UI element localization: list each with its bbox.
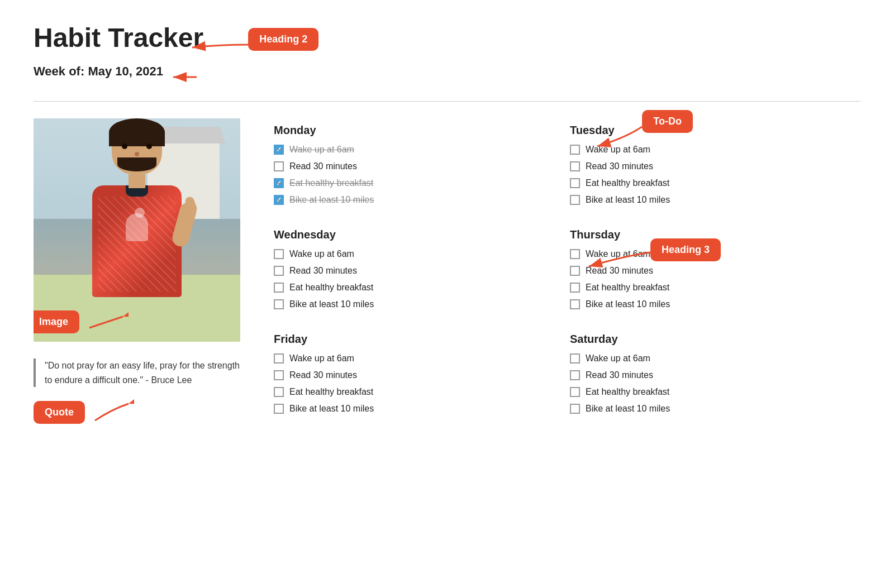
person-image: Image [34, 118, 240, 342]
habit-item-monday-1: Read 30 minutes [274, 161, 553, 171]
checkbox-monday-1[interactable] [274, 161, 284, 171]
habit-label-tuesday-2: Eat healthy breakfast [586, 178, 669, 188]
checkbox-friday-1[interactable] [274, 370, 284, 380]
checkbox-wednesday-0[interactable] [274, 249, 284, 259]
left-panel: Image "Do not pray for an easy life, pra… [34, 118, 246, 432]
todo-arrow [592, 121, 648, 155]
habit-item-tuesday-2: Eat healthy breakfast [570, 178, 849, 188]
habit-item-thursday-2: Eat healthy breakfast [570, 283, 849, 293]
habit-item-friday-1: Read 30 minutes [274, 370, 553, 380]
main-content: Image "Do not pray for an easy life, pra… [34, 118, 860, 432]
checkbox-wednesday-3[interactable] [274, 299, 284, 309]
title-row: Habit Tracker Heading 2 [34, 22, 860, 59]
week-label: Week of: May 10, 2021 [34, 64, 163, 79]
habit-label-thursday-2: Eat healthy breakfast [586, 283, 669, 293]
habit-label-friday-3: Bike at least 10 miles [289, 404, 374, 414]
habit-label-tuesday-3: Bike at least 10 miles [586, 195, 670, 205]
habit-item-saturday-3: Bike at least 10 miles [570, 404, 849, 414]
habit-item-saturday-0: Wake up at 6am [570, 353, 849, 364]
habit-label-wednesday-1: Read 30 minutes [289, 266, 357, 276]
habit-label-saturday-0: Wake up at 6am [586, 353, 650, 364]
header-divider [34, 101, 860, 102]
quote-arrow [89, 398, 134, 426]
habit-label-saturday-1: Read 30 minutes [586, 370, 653, 380]
habit-item-monday-0: Wake up at 6am [274, 145, 553, 155]
habit-label-monday-3: Bike at least 10 miles [289, 195, 374, 205]
habit-label-friday-0: Wake up at 6am [289, 353, 354, 364]
habit-item-monday-3: Bike at least 10 miles [274, 195, 553, 205]
habit-item-friday-2: Eat healthy breakfast [274, 387, 553, 397]
checkbox-saturday-3[interactable] [570, 404, 580, 414]
checkbox-monday-2[interactable] [274, 178, 284, 188]
checkbox-wednesday-2[interactable] [274, 283, 284, 293]
checkbox-thursday-2[interactable] [570, 283, 580, 293]
habit-item-thursday-3: Bike at least 10 miles [570, 299, 849, 309]
checkbox-monday-3[interactable] [274, 195, 284, 205]
habit-item-wednesday-0: Wake up at 6am [274, 249, 553, 259]
checkbox-saturday-0[interactable] [570, 353, 580, 364]
todo-badge: To-Do [642, 110, 693, 133]
checkbox-tuesday-2[interactable] [570, 178, 580, 188]
checkbox-saturday-1[interactable] [570, 370, 580, 380]
page-container: Habit Tracker Heading 2 Week of: May 10,… [34, 22, 860, 432]
person-figure [87, 141, 187, 297]
quote-badge-area: Quote [34, 398, 246, 426]
week-row: Week of: May 10, 2021 [34, 64, 860, 90]
page-title: Habit Tracker [34, 22, 203, 53]
habit-item-wednesday-3: Bike at least 10 miles [274, 299, 553, 309]
checkbox-friday-2[interactable] [274, 387, 284, 397]
day-section-saturday: SaturdayWake up at 6amRead 30 minutesEat… [564, 327, 860, 432]
image-bg [34, 118, 240, 342]
week-arrow [169, 69, 202, 85]
habit-label-wednesday-3: Bike at least 10 miles [289, 299, 374, 309]
page-header: Habit Tracker Heading 2 Week of: May 10,… [34, 22, 860, 102]
habit-item-wednesday-2: Eat healthy breakfast [274, 283, 553, 293]
habit-item-wednesday-1: Read 30 minutes [274, 266, 553, 276]
habit-item-saturday-1: Read 30 minutes [570, 370, 849, 380]
neck [129, 174, 145, 188]
habit-label-monday-2: Eat healthy breakfast [289, 178, 373, 188]
day-title-monday: Monday [274, 124, 553, 137]
checkbox-wednesday-1[interactable] [274, 266, 284, 276]
quote-section: "Do not pray for an easy life, pray for … [34, 358, 246, 387]
checkbox-thursday-1[interactable] [570, 266, 580, 276]
day-title-friday: Friday [274, 333, 553, 346]
heading3-annotation-container: Heading 3 [650, 238, 721, 261]
habit-item-saturday-2: Eat healthy breakfast [570, 387, 849, 397]
checkbox-tuesday-0[interactable] [570, 145, 580, 155]
checkbox-friday-0[interactable] [274, 353, 284, 364]
checkbox-thursday-3[interactable] [570, 299, 580, 309]
sweater [92, 185, 182, 297]
habit-label-monday-1: Read 30 minutes [289, 161, 357, 171]
image-badge: Image [34, 310, 79, 333]
habit-item-tuesday-1: Read 30 minutes [570, 161, 849, 171]
image-arrow [84, 311, 129, 333]
checkbox-friday-3[interactable] [274, 404, 284, 414]
habit-label-tuesday-1: Read 30 minutes [586, 161, 653, 171]
checkbox-thursday-0[interactable] [570, 249, 580, 259]
day-section-friday: FridayWake up at 6amRead 30 minutesEat h… [268, 327, 564, 432]
checkbox-saturday-2[interactable] [570, 387, 580, 397]
quote-text: "Do not pray for an easy life, pray for … [45, 358, 246, 387]
days-grid: To-Do Heading 3 [268, 118, 860, 432]
habit-label-friday-1: Read 30 minutes [289, 370, 357, 380]
habit-item-friday-0: Wake up at 6am [274, 353, 553, 364]
heading3-badge: Heading 3 [650, 238, 721, 261]
heading2-annotation-area: Heading 2 [248, 28, 318, 51]
heading2-badge: Heading 2 [248, 28, 318, 51]
checkbox-tuesday-1[interactable] [570, 161, 580, 171]
todo-annotation-container: To-Do [642, 110, 693, 133]
heading2-arrow [187, 34, 254, 61]
checkbox-tuesday-3[interactable] [570, 195, 580, 205]
habit-label-saturday-3: Bike at least 10 miles [586, 404, 670, 414]
habit-item-friday-3: Bike at least 10 miles [274, 404, 553, 414]
habit-item-tuesday-3: Bike at least 10 miles [570, 195, 849, 205]
day-section-monday: MondayWake up at 6amRead 30 minutesEat h… [268, 118, 564, 223]
heading3-arrow [583, 244, 656, 278]
habit-label-thursday-3: Bike at least 10 miles [586, 299, 670, 309]
checkbox-monday-0[interactable] [274, 145, 284, 155]
habit-label-friday-2: Eat healthy breakfast [289, 387, 373, 397]
image-badge-area: Image [34, 310, 129, 333]
habit-label-wednesday-0: Wake up at 6am [289, 249, 354, 259]
day-title-saturday: Saturday [570, 333, 849, 346]
